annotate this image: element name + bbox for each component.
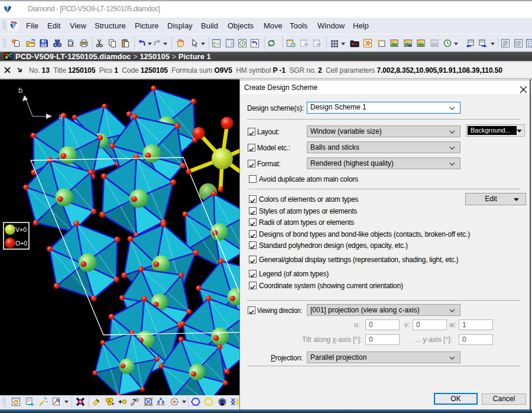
svg-text:V+0: V+0 (15, 226, 27, 233)
svg-text:b: b (18, 86, 22, 95)
svg-text:a: a (59, 112, 63, 121)
svg-text:O+0: O+0 (15, 240, 27, 247)
